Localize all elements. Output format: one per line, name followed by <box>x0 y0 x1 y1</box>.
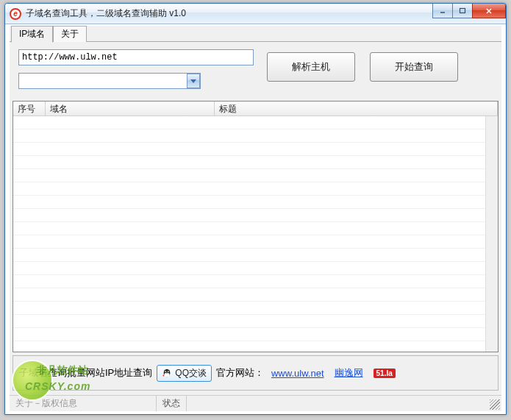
tab-label: 关于 <box>61 29 79 39</box>
table-row <box>13 182 498 196</box>
qq-label: QQ交谈 <box>175 367 207 380</box>
tab-about[interactable]: 关于 <box>53 26 87 42</box>
official-prefix: 官方网站： <box>216 366 264 380</box>
qq-icon <box>162 368 172 378</box>
window-title: 子域名查询工具，二级域名查询辅助 v1.0 <box>26 7 186 20</box>
table-row <box>13 249 498 262</box>
resolve-host-button[interactable]: 解析主机 <box>267 52 355 82</box>
col-domain[interactable]: 域名 <box>46 102 215 115</box>
table-row <box>13 328 498 341</box>
close-button[interactable] <box>472 4 506 18</box>
svg-marker-4 <box>190 79 196 83</box>
resize-grip-icon[interactable] <box>490 399 500 410</box>
tab-strip: IP域名 关于 <box>10 26 501 42</box>
qq-chat-button[interactable]: QQ交谈 <box>157 365 212 382</box>
combo-wrap <box>18 73 201 89</box>
results-table: 序号 域名 标题 <box>12 101 499 352</box>
app-icon: e <box>10 8 21 20</box>
table-row <box>13 209 498 222</box>
stats-badge[interactable]: 51.la <box>374 369 396 378</box>
client-area: IP域名 关于 解析主机 开始查询 序号 域名 <box>10 26 501 411</box>
url-input[interactable] <box>18 49 254 65</box>
table-header: 序号 域名 标题 <box>13 102 498 116</box>
status-bar: 关于－版权信息 状态 <box>10 395 501 411</box>
app-window: e 子域名查询工具，二级域名查询辅助 v1.0 IP域名 关于 <box>4 3 507 415</box>
table-row <box>13 315 498 328</box>
footer-panel: 子域名查询批量网站IP地址查询 QQ交谈 官方网站： www.ulw.net 幽… <box>12 355 499 391</box>
left-inputs <box>18 49 254 89</box>
button-row: 解析主机 开始查询 <box>267 49 458 89</box>
maximize-button[interactable] <box>452 4 473 18</box>
table-row <box>13 116 498 129</box>
svg-point-10 <box>168 371 169 372</box>
status-left: 关于－版权信息 <box>10 396 157 411</box>
table-row <box>13 288 498 302</box>
window-controls <box>433 4 506 18</box>
table-row <box>13 302 498 315</box>
vertical-scrollbar[interactable] <box>485 116 498 352</box>
svg-rect-1 <box>460 8 465 13</box>
table-row <box>13 222 498 235</box>
input-panel: 解析主机 开始查询 <box>10 42 501 95</box>
tab-label: IP域名 <box>19 29 45 39</box>
combo-input[interactable] <box>18 73 201 89</box>
start-query-button[interactable]: 开始查询 <box>370 52 458 82</box>
chevron-down-icon <box>190 78 196 84</box>
col-index[interactable]: 序号 <box>13 102 46 115</box>
combo-dropdown-button[interactable] <box>187 74 200 88</box>
tab-ip-domain[interactable]: IP域名 <box>11 26 53 43</box>
table-body[interactable] <box>13 116 498 352</box>
status-state-label: 状态 <box>157 396 187 411</box>
table-row <box>13 156 498 169</box>
minimize-button[interactable] <box>432 4 453 18</box>
table-row <box>13 129 498 143</box>
youyi-link[interactable]: 幽逸网 <box>335 366 363 380</box>
table-row <box>13 341 498 352</box>
footer-description: 子域名查询批量网站IP地址查询 <box>19 366 152 380</box>
official-site-link[interactable]: www.ulw.net <box>271 368 324 379</box>
col-title[interactable]: 标题 <box>215 102 498 115</box>
button-label: 开始查询 <box>395 60 433 74</box>
table-row <box>13 235 498 249</box>
svg-point-11 <box>166 373 168 374</box>
svg-point-9 <box>165 371 166 372</box>
table-row <box>13 143 498 156</box>
button-label: 解析主机 <box>292 60 330 74</box>
titlebar[interactable]: e 子域名查询工具，二级域名查询辅助 v1.0 <box>5 4 506 24</box>
table-row <box>13 262 498 275</box>
table-row <box>13 275 498 288</box>
table-row <box>13 196 498 209</box>
table-row <box>13 169 498 182</box>
